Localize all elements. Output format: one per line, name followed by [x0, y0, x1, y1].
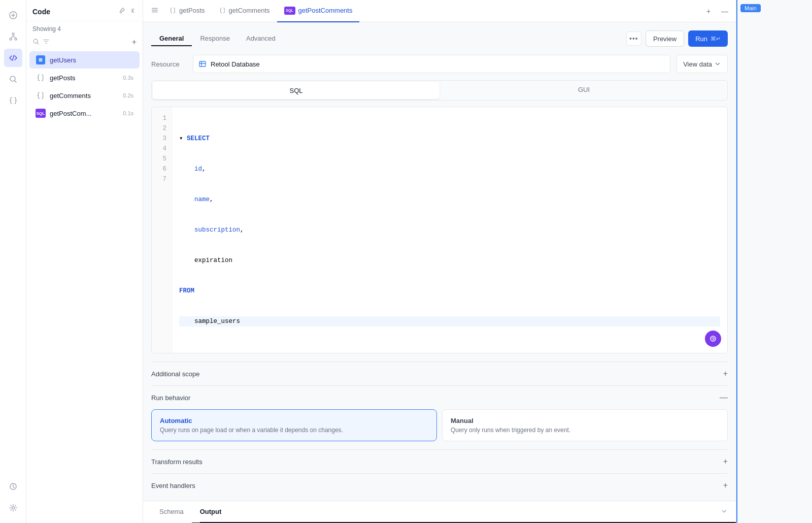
- add-query-icon[interactable]: +: [132, 38, 137, 47]
- sub-tab-advanced[interactable]: Advanced: [238, 31, 284, 46]
- schema-tab[interactable]: Schema: [151, 501, 192, 524]
- collapse-panel-icon[interactable]: [129, 7, 137, 16]
- query-name-getComments: getComments: [50, 92, 119, 100]
- sub-tab-general[interactable]: General: [151, 31, 192, 46]
- tab-label-getComments: getComments: [229, 7, 270, 14]
- tab-getComments[interactable]: getComments: [212, 0, 277, 22]
- code-line-3: name,: [179, 194, 720, 205]
- bottom-panel-collapse-icon[interactable]: [721, 508, 728, 516]
- automatic-title: Automatic: [160, 417, 428, 424]
- add-icon[interactable]: [4, 6, 22, 24]
- sql-gui-tabs: SQL GUI: [151, 80, 728, 101]
- sub-tab-bar: General Response Advanced ••• Preview Ru…: [151, 30, 728, 47]
- transform-results-label: Transform results: [151, 458, 202, 466]
- history-icon[interactable]: [4, 477, 22, 496]
- manual-title: Manual: [451, 417, 719, 424]
- right-panel-border: [736, 0, 737, 523]
- output-tab[interactable]: Output: [192, 501, 230, 524]
- code-line-7: sample_users: [179, 316, 720, 326]
- main-content: getPosts getComments SQL getPostComments…: [143, 0, 736, 523]
- svg-rect-8: [199, 61, 206, 67]
- filter-icon[interactable]: [43, 38, 50, 47]
- resource-name: Retool Database: [211, 60, 665, 68]
- svg-point-6: [12, 507, 14, 509]
- transform-results-section[interactable]: Transform results +: [151, 449, 728, 473]
- panel-actions: [118, 7, 137, 16]
- tab-getPostComments[interactable]: SQL getPostComments: [277, 0, 360, 22]
- query-time-getComments: 0.2s: [123, 92, 133, 99]
- query-editor-area: General Response Advanced ••• Preview Ru…: [143, 22, 736, 501]
- query-name-getPostComments: getPostCom...: [50, 110, 119, 117]
- run-behavior-header: Run behavior —: [151, 393, 728, 402]
- additional-scope-label: Additional scope: [151, 370, 199, 378]
- query-item-getPosts[interactable]: getPosts 0.3s: [29, 69, 140, 86]
- resource-selector[interactable]: Retool Database: [193, 55, 670, 73]
- automatic-desc: Query runs on page load or when a variab…: [160, 427, 428, 434]
- ai-assistant-button[interactable]: [705, 331, 721, 347]
- bottom-tab-list: Schema Output: [151, 501, 229, 524]
- code-line-1: ▾ SELECT: [179, 134, 720, 144]
- tab-getPosts[interactable]: getPosts: [162, 0, 212, 22]
- main-badge: Main: [740, 4, 761, 12]
- run-behavior-options: Automatic Query runs on page load or whe…: [151, 409, 728, 441]
- svg-point-1: [12, 33, 14, 35]
- query-item-getPostComments[interactable]: SQL getPostCom... 0.1s: [29, 105, 140, 122]
- sql-badge-getPostComments: SQL: [36, 108, 46, 118]
- db-table-icon: ⊞: [36, 55, 46, 65]
- showing-label: Showing 4: [26, 21, 143, 36]
- additional-scope-section[interactable]: Additional scope +: [151, 362, 728, 385]
- event-handlers-label: Event handlers: [151, 482, 195, 489]
- filter-search-icon[interactable]: [32, 38, 40, 47]
- view-data-button[interactable]: View data: [676, 55, 728, 73]
- add-scope-icon[interactable]: +: [723, 369, 728, 378]
- curly-icon-getComments: [36, 90, 46, 101]
- query-name-getUsers: getUsers: [50, 56, 133, 64]
- code-line-4: subscription,: [179, 225, 720, 235]
- code-icon[interactable]: [4, 49, 22, 67]
- tab-label-getPostComments: getPostComments: [298, 7, 353, 14]
- panel-title: Code: [32, 8, 50, 16]
- network-icon[interactable]: [4, 27, 22, 46]
- query-list: ⊞ getUsers getPosts 0.3s getComments 0.2…: [26, 51, 143, 523]
- left-panel-header: Code: [26, 0, 143, 21]
- pin-icon[interactable]: [118, 7, 125, 16]
- code-line-2: id,: [179, 164, 720, 174]
- query-time-getPosts: 0.3s: [123, 75, 133, 81]
- resource-row: Resource Retool Database View data: [151, 55, 728, 73]
- bottom-tabs: Schema Output: [143, 501, 736, 523]
- code-content[interactable]: ▾ SELECT id, name, subscription, expirat…: [172, 107, 727, 353]
- run-behavior-section: Run behavior — Automatic Query runs on p…: [151, 385, 728, 441]
- manual-option[interactable]: Manual Query only runs when triggered by…: [442, 409, 728, 441]
- svg-point-10: [713, 340, 713, 340]
- run-behavior-label: Run behavior: [151, 394, 190, 402]
- more-options-button[interactable]: •••: [626, 31, 641, 46]
- add-transform-icon[interactable]: +: [723, 457, 728, 466]
- tab-actions: + —: [701, 4, 732, 18]
- tab-bar: getPosts getComments SQL getPostComments…: [143, 0, 736, 22]
- code-editor[interactable]: 1234567 ▾ SELECT id, name, subscription,…: [151, 107, 728, 353]
- run-button[interactable]: Run ⌘↵: [688, 30, 728, 47]
- curly-icon-getPosts: [36, 73, 46, 83]
- event-handlers-section[interactable]: Event handlers +: [151, 473, 728, 497]
- run-shortcut: ⌘↵: [710, 36, 721, 42]
- line-numbers: 1234567: [152, 107, 172, 353]
- search-icon[interactable]: [4, 70, 22, 88]
- curly-brace-icon[interactable]: [4, 91, 22, 110]
- settings-icon[interactable]: [4, 499, 22, 517]
- tab-bar-menu-icon[interactable]: [147, 7, 162, 15]
- automatic-option[interactable]: Automatic Query runs on page load or whe…: [151, 409, 437, 441]
- sql-tab[interactable]: SQL: [153, 82, 439, 99]
- gui-tab[interactable]: GUI: [441, 81, 727, 98]
- add-event-handler-icon[interactable]: +: [723, 481, 728, 490]
- collapse-run-behavior-icon[interactable]: —: [720, 393, 728, 402]
- resource-label: Resource: [151, 60, 187, 68]
- query-item-getComments[interactable]: getComments 0.2s: [29, 87, 140, 104]
- add-tab-button[interactable]: +: [701, 4, 716, 18]
- query-item-getUsers[interactable]: ⊞ getUsers: [29, 51, 140, 69]
- sub-tab-response[interactable]: Response: [192, 31, 238, 46]
- sub-tab-actions: ••• Preview Run ⌘↵: [626, 30, 728, 47]
- query-name-getPosts: getPosts: [50, 74, 119, 82]
- preview-button[interactable]: Preview: [646, 30, 684, 47]
- collapse-tab-button[interactable]: —: [718, 4, 732, 18]
- right-panel: Main: [736, 0, 812, 523]
